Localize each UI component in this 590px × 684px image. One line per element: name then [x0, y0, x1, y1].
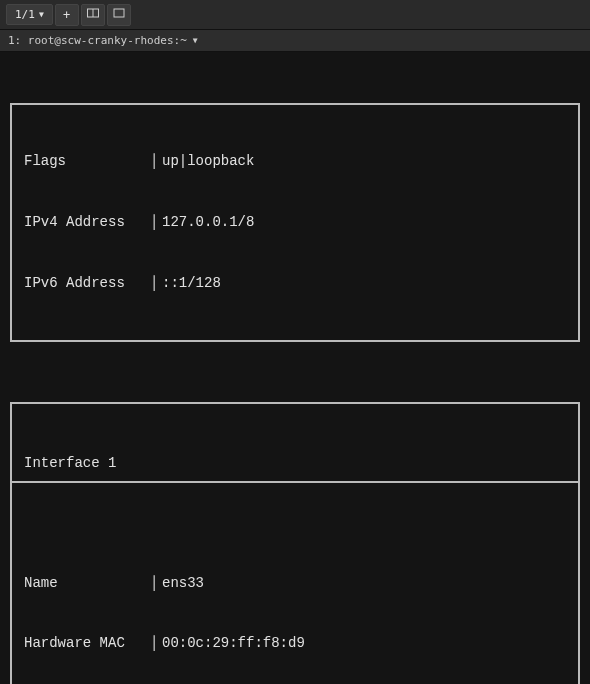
iface0-ipv4-value: 127.0.0.1/8 — [162, 212, 254, 232]
interface1-box: Interface 1 Name│ens33 Hardware MAC│00:0… — [10, 402, 580, 684]
pane1-header[interactable]: 1: root@scw-cranky-rhodes:~ ▼ — [0, 30, 590, 52]
svg-rect-2 — [114, 9, 124, 17]
tab-counter-label: 1/1 — [15, 8, 35, 21]
iface0-ipv6-value: ::1/128 — [162, 273, 221, 293]
iface1-name-label: Name — [12, 573, 146, 593]
iface1-mac-value: 00:0c:29:ff:f8:d9 — [162, 633, 305, 653]
new-tab-button[interactable]: + — [55, 4, 79, 26]
toolbar: 1/1 ▼ + — [0, 0, 590, 30]
chevron-down-icon: ▼ — [193, 36, 198, 45]
interface0-box: Flags│up|loopback IPv4 Address│127.0.0.1… — [10, 103, 580, 342]
separator: │ — [146, 573, 162, 593]
interface1-title: Interface 1 — [12, 445, 578, 483]
separator: │ — [146, 151, 162, 171]
split-icon — [87, 7, 99, 22]
fullscreen-icon — [113, 7, 125, 22]
split-vertical-button[interactable] — [81, 4, 105, 26]
fullscreen-button[interactable] — [107, 4, 131, 26]
iface0-ipv4-label: IPv4 Address — [12, 212, 146, 232]
separator: │ — [146, 633, 162, 653]
iface0-flags-value: up|loopback — [162, 151, 254, 171]
pane1-title: 1: root@scw-cranky-rhodes:~ — [8, 34, 187, 47]
tab-counter[interactable]: 1/1 ▼ — [6, 4, 53, 25]
separator: │ — [146, 273, 162, 293]
chevron-down-icon: ▼ — [39, 10, 44, 19]
iface1-mac-label: Hardware MAC — [12, 633, 146, 653]
plus-icon: + — [63, 8, 70, 22]
iface0-flags-label: Flags — [12, 151, 146, 171]
iface1-name-value: ens33 — [162, 573, 204, 593]
iface0-ipv6-label: IPv6 Address — [12, 273, 146, 293]
pane1-terminal[interactable]: Flags│up|loopback IPv4 Address│127.0.0.1… — [0, 52, 590, 684]
separator: │ — [146, 212, 162, 232]
